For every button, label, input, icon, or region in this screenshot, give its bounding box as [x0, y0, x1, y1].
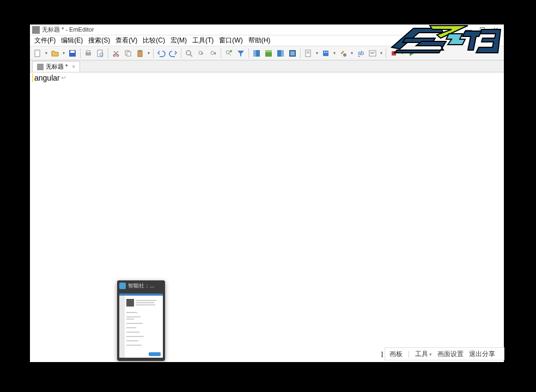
- svg-point-13: [186, 51, 191, 55]
- svg-rect-23: [281, 50, 284, 57]
- separator: |: [408, 350, 410, 358]
- tab-close-icon[interactable]: ×: [72, 64, 75, 70]
- menu-macro[interactable]: 宏(M): [170, 36, 187, 45]
- exit-share-button[interactable]: 退出分享: [469, 350, 495, 359]
- svg-point-15: [211, 51, 214, 54]
- tool-button[interactable]: 工具▾: [415, 350, 432, 359]
- svg-rect-25: [290, 51, 295, 56]
- svg-rect-19: [253, 50, 256, 57]
- svg-rect-30: [324, 52, 325, 53]
- board-button[interactable]: 画板: [389, 350, 403, 359]
- word-button[interactable]: [367, 48, 378, 59]
- menu-compare[interactable]: 比较(C): [143, 36, 165, 45]
- preview-app-icon: [119, 283, 126, 289]
- preview-title: 智能社：...: [128, 282, 154, 290]
- menu-window[interactable]: 窗口(W): [219, 36, 242, 45]
- preview-header: 智能社：...: [117, 280, 165, 291]
- plugin-button[interactable]: [320, 48, 331, 59]
- svg-rect-10: [127, 52, 131, 56]
- panel3-button[interactable]: [275, 48, 286, 59]
- text-cursor-icon: I: [381, 351, 383, 359]
- find-button[interactable]: [184, 48, 194, 59]
- undo-button[interactable]: [156, 48, 167, 59]
- panel2-button[interactable]: [263, 48, 274, 59]
- svg-rect-29: [323, 51, 328, 56]
- menu-search[interactable]: 搜索(S): [88, 36, 110, 45]
- menu-view[interactable]: 查看(V): [115, 36, 137, 45]
- svg-rect-0: [35, 50, 40, 57]
- menu-file[interactable]: 文件(F): [34, 36, 56, 45]
- editor-area[interactable]: angular↵: [30, 72, 504, 362]
- svg-rect-4: [87, 51, 90, 53]
- print-preview-button[interactable]: [95, 48, 106, 59]
- tab-bar: 无标题 * ×: [30, 60, 504, 72]
- svg-rect-28: [307, 53, 309, 53]
- find-prev-button[interactable]: [196, 48, 206, 59]
- svg-rect-31: [326, 52, 327, 53]
- window-title: 无标题 * - EmEditor: [42, 26, 94, 34]
- app-icon: [32, 26, 40, 34]
- svg-rect-21: [265, 50, 272, 52]
- open-file-dropdown[interactable]: ▾: [62, 51, 66, 56]
- taskbar-preview[interactable]: 智能社：...: [117, 280, 165, 361]
- copy-button[interactable]: [123, 48, 133, 59]
- paste-dropdown[interactable]: ▾: [147, 51, 151, 56]
- config-dropdown[interactable]: ▾: [315, 51, 319, 56]
- plugin-dropdown[interactable]: ▾: [332, 51, 337, 56]
- emeditor-window: 无标题 * - EmEditor — ☐ ✕ 文件(F) 编辑(E) 搜索(S)…: [30, 24, 504, 362]
- panel4-button[interactable]: [287, 48, 298, 59]
- redo-button[interactable]: [168, 48, 179, 59]
- funnel-icon[interactable]: [235, 48, 246, 59]
- tools-dropdown[interactable]: ▾: [350, 51, 354, 56]
- new-file-dropdown[interactable]: ▾: [44, 51, 48, 56]
- svg-rect-36: [370, 53, 374, 54]
- preview-thumbnail[interactable]: [119, 293, 163, 358]
- eol-icon: ↵: [61, 74, 66, 82]
- word-dropdown[interactable]: ▾: [379, 51, 383, 56]
- svg-point-32: [343, 53, 346, 57]
- file-icon: [37, 64, 44, 70]
- svg-rect-2: [70, 51, 75, 53]
- filter-button[interactable]: [223, 48, 234, 59]
- watermark-logo: [389, 23, 503, 56]
- cut-button[interactable]: [111, 48, 121, 59]
- print-button[interactable]: [83, 48, 94, 59]
- new-file-button[interactable]: [32, 48, 43, 59]
- open-file-button[interactable]: [50, 48, 60, 59]
- svg-rect-17: [230, 50, 232, 52]
- menu-help[interactable]: 帮助(H): [248, 36, 271, 45]
- menu-edit[interactable]: 编辑(E): [61, 36, 83, 45]
- svg-rect-27: [307, 52, 309, 52]
- caret-down-icon: ▾: [429, 352, 432, 357]
- panel1-button[interactable]: [251, 48, 262, 59]
- find-next-button[interactable]: [208, 48, 218, 59]
- svg-rect-35: [370, 52, 375, 53]
- config-button[interactable]: [303, 48, 314, 59]
- share-toolbar: 画板 | 工具▾ 画面设置 退出分享: [385, 347, 504, 360]
- document-tab[interactable]: 无标题 * ×: [32, 61, 80, 72]
- editor-line: angular↵: [32, 74, 502, 82]
- setting-button[interactable]: 画面设置: [437, 350, 464, 359]
- spell-button[interactable]: ab: [355, 48, 366, 59]
- editor-text: angular: [32, 74, 60, 82]
- menu-tool[interactable]: 工具(T): [192, 36, 214, 45]
- tools-button[interactable]: [338, 48, 349, 59]
- tab-title: 无标题 *: [46, 63, 68, 71]
- save-button[interactable]: [67, 48, 78, 59]
- svg-rect-12: [139, 50, 141, 52]
- paste-button[interactable]: [135, 48, 145, 59]
- svg-text:ab: ab: [358, 50, 364, 56]
